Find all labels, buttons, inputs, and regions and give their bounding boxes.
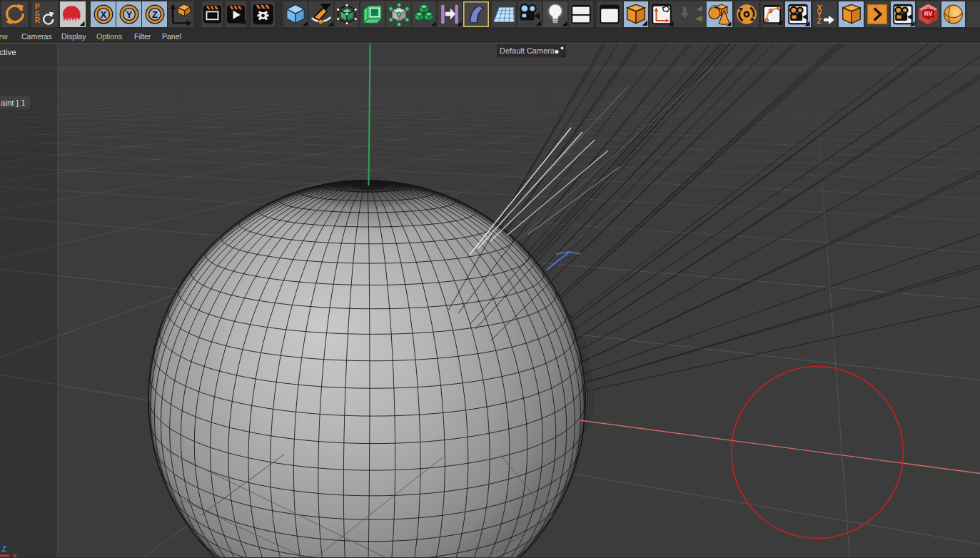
svg-text:aint ] 1: aint ] 1 [1,98,26,107]
svg-text:Y: Y [126,9,132,20]
svg-text:Z: Z [2,544,7,553]
svg-text:X: X [12,552,17,558]
svg-text:ctive: ctive [0,48,16,56]
svg-text:RV: RV [924,11,933,17]
svg-text:Default Camera: Default Camera [500,46,555,55]
svg-text:X: X [100,9,106,20]
svg-text:Z: Z [817,16,822,25]
svg-text:Z: Z [152,9,158,20]
svg-text:R: R [34,16,40,24]
